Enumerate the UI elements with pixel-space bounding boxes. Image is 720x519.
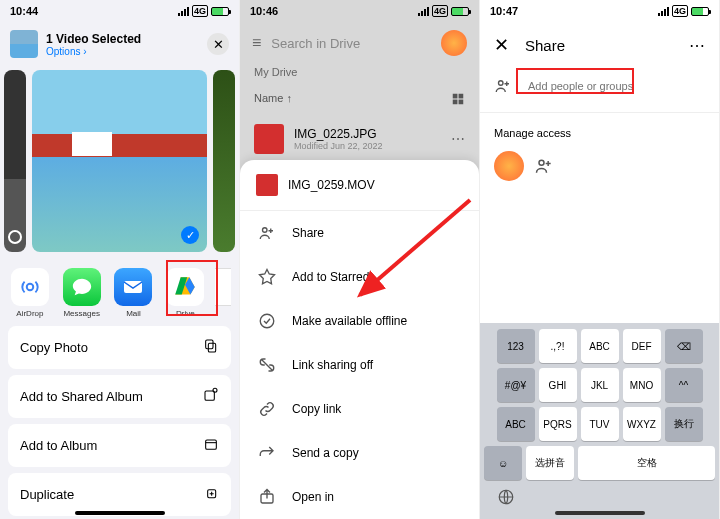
more-app-button[interactable] [215,268,231,318]
signal-icon [418,7,429,16]
account-avatar[interactable] [441,30,467,56]
options-link[interactable]: Options › [46,46,141,57]
battery-icon [211,7,229,16]
clock: 10:44 [10,5,38,17]
network-label: 4G [432,5,448,17]
link-sharing-action[interactable]: Link sharing off [240,343,479,387]
svg-rect-2 [208,343,215,352]
video-file-icon [256,174,278,196]
header-thumbnail [10,30,38,58]
key-punct[interactable]: .,?! [539,329,577,363]
clock: 10:47 [490,5,518,17]
key-def[interactable]: DEF [623,329,661,363]
key-space[interactable]: 空格 [578,446,715,480]
drive-file-actions-screen: 10:46 4G ≡ Search in Drive My Drive Name… [240,0,480,519]
people-input[interactable] [524,74,705,98]
key-abc[interactable]: ABC [581,329,619,363]
keyboard: 123 .,?! ABC DEF ⌫ #@¥ GHI JKL MNO ^^ AB… [480,323,719,519]
close-button[interactable]: ✕ [494,34,509,56]
home-indicator[interactable] [75,511,165,515]
network-label: 4G [192,5,208,17]
sort-control[interactable]: Name ↑ [254,92,292,108]
key-shift[interactable]: ^^ [665,368,703,402]
svg-rect-8 [453,94,458,99]
svg-point-13 [260,314,274,328]
drive-share-screen: 10:47 4G ✕ Share ⋯ Manage access 123 .,?… [480,0,720,519]
svg-point-17 [539,160,544,165]
file-row[interactable]: IMG_0225.JPG Modified Jun 22, 2022 ⋯ [240,114,479,164]
signal-icon [178,7,189,16]
drive-button[interactable]: Drive [163,268,207,318]
key-return[interactable]: 换行 [665,407,703,441]
svg-point-12 [263,228,268,233]
key-123[interactable]: 123 [497,329,535,363]
manage-access-label: Manage access [480,113,719,147]
add-person-icon[interactable] [534,156,554,176]
signal-icon [658,7,669,16]
airdrop-button[interactable]: AirDrop [8,268,52,318]
copy-link-action[interactable]: Copy link [240,387,479,431]
ios-share-sheet-screen: 10:44 4G 1 Video Selected Options › ✕ ✓ … [0,0,240,519]
key-ghi[interactable]: GHI [539,368,577,402]
status-bar: 10:47 4G [480,0,719,22]
battery-icon [691,7,709,16]
key-abc-mode[interactable]: ABC [497,407,535,441]
svg-point-0 [27,284,34,291]
search-placeholder: Search in Drive [271,36,431,51]
share-person-icon [258,224,276,242]
globe-icon[interactable] [494,485,518,509]
copy-photo-action[interactable]: Copy Photo [8,326,231,369]
menu-icon[interactable]: ≡ [252,34,261,52]
svg-rect-10 [453,100,458,105]
send-icon [258,444,276,462]
check-icon: ✓ [181,226,199,244]
photo-thumb-next[interactable] [213,70,235,252]
search-bar[interactable]: ≡ Search in Drive [240,22,479,64]
home-indicator[interactable] [555,511,645,515]
key-pinyin[interactable]: 选拼音 [526,446,574,480]
owner-avatar[interactable] [494,151,524,181]
send-copy-action[interactable]: Send a copy [240,431,479,475]
share-header: 1 Video Selected Options › ✕ [0,22,239,66]
close-button[interactable]: ✕ [207,33,229,55]
breadcrumb[interactable]: My Drive [240,64,479,86]
selection-title: 1 Video Selected [46,32,141,46]
photo-thumb-selected[interactable]: ✓ [32,70,207,252]
key-symbols[interactable]: #@¥ [497,368,535,402]
file-more-icon[interactable]: ⋯ [451,131,465,147]
svg-rect-3 [206,340,213,349]
battery-icon [451,7,469,16]
key-wxyz[interactable]: WXYZ [623,407,661,441]
duplicate-action[interactable]: Duplicate [8,473,231,516]
key-mno[interactable]: MNO [623,368,661,402]
messages-icon [63,268,101,306]
mail-icon [114,268,152,306]
key-backspace[interactable]: ⌫ [665,329,703,363]
photo-carousel[interactable]: ✓ [0,66,239,256]
network-label: 4G [672,5,688,17]
key-tuv[interactable]: TUV [581,407,619,441]
key-emoji[interactable]: ☺ [484,446,522,480]
offline-icon [258,312,276,330]
key-jkl[interactable]: JKL [581,368,619,402]
photo-thumb-prev[interactable] [4,70,26,252]
mail-button[interactable]: Mail [111,268,155,318]
add-album-action[interactable]: Add to Album [8,424,231,467]
link-off-icon [258,356,276,374]
svg-rect-9 [459,94,464,99]
svg-rect-4 [205,391,214,400]
offline-action[interactable]: Make available offline [240,299,479,343]
open-in-icon [258,488,276,506]
open-in-action[interactable]: Open in [240,475,479,519]
share-action[interactable]: Share [240,211,479,255]
svg-point-5 [213,388,217,392]
star-action[interactable]: Add to Starred [240,255,479,299]
action-list: Copy Photo Add to Shared Album Add to Al… [0,326,239,516]
more-icon[interactable]: ⋯ [689,36,705,55]
svg-rect-6 [206,440,217,449]
view-grid-icon[interactable] [451,92,465,108]
messages-button[interactable]: Messages [60,268,104,318]
add-shared-album-action[interactable]: Add to Shared Album [8,375,231,418]
app-row: AirDrop Messages Mail Drive [0,256,239,326]
key-pqrs[interactable]: PQRS [539,407,577,441]
